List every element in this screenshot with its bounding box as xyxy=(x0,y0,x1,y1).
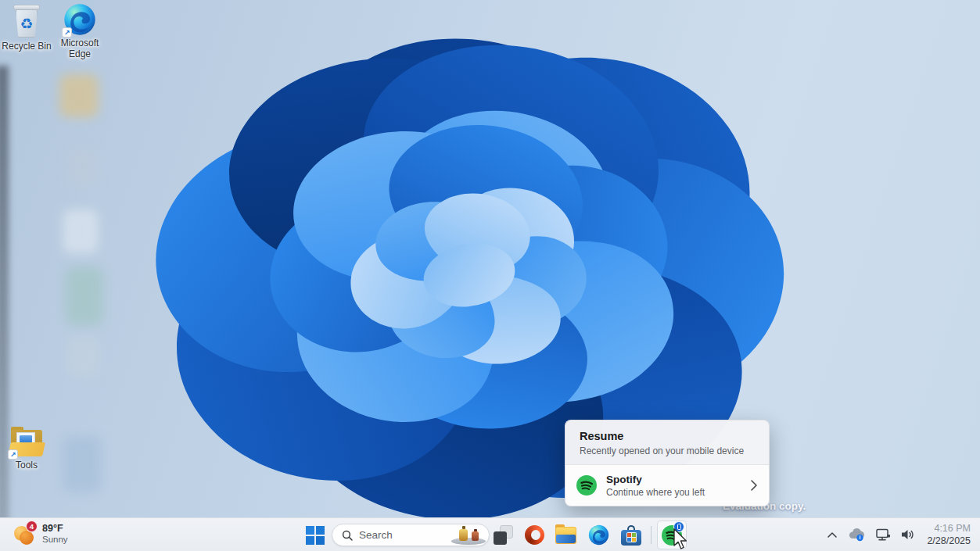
taskbar-store-button[interactable] xyxy=(616,521,646,549)
desktop-icon-recycle-bin[interactable]: ♻ Recycle Bin xyxy=(2,5,52,52)
office-icon xyxy=(525,525,544,545)
taskbar-task-view-button[interactable] xyxy=(488,521,518,549)
ghost-icon xyxy=(67,148,99,186)
clock-time: 4:16 PM xyxy=(927,522,971,535)
edge-icon: ↗ xyxy=(63,3,96,36)
flyout-app-text: Spotify Continue where you left xyxy=(606,474,705,498)
flyout-app-name: Spotify xyxy=(606,474,705,485)
cloud-icon: i xyxy=(848,528,866,542)
taskbar-office-button[interactable] xyxy=(519,521,549,549)
resume-spotify-item[interactable]: Spotify Continue where you left xyxy=(565,464,769,506)
resume-flyout-header: Resume Recently opened on your mobile de… xyxy=(565,420,769,463)
weather-condition: Sunny xyxy=(42,535,68,546)
chevron-up-icon xyxy=(826,530,838,539)
left-edge-artifact xyxy=(0,66,9,551)
shortcut-arrow-icon: ↗ xyxy=(8,449,18,460)
start-button[interactable] xyxy=(303,524,327,547)
bloom-wallpaper xyxy=(0,0,980,551)
mouse-cursor xyxy=(670,528,691,550)
desktop-icon-microsoft-edge[interactable]: ↗ Microsoft Edge xyxy=(55,3,105,60)
task-view-icon xyxy=(494,525,513,545)
tray-overflow-button[interactable] xyxy=(821,523,843,546)
flyout-subtitle: Recently opened on your mobile device xyxy=(580,445,755,456)
ghost-icon xyxy=(59,74,99,117)
flyout-app-description: Continue where you left xyxy=(606,487,705,498)
search-lanterns-decoration-icon xyxy=(451,526,486,546)
tray-volume-button[interactable] xyxy=(896,523,921,546)
desktop-icon-tools[interactable]: ↗ Tools xyxy=(3,428,50,471)
network-icon xyxy=(875,528,891,542)
search-input[interactable] xyxy=(359,529,445,541)
weather-text: 89°F Sunny xyxy=(42,523,68,546)
windows-logo-icon xyxy=(306,526,325,545)
desktop-icon-label: Tools xyxy=(16,460,38,471)
file-explorer-icon xyxy=(555,527,576,544)
tray-network-button[interactable] xyxy=(871,523,896,546)
flyout-title: Resume xyxy=(580,430,755,442)
weather-temperature: 89°F xyxy=(42,523,68,535)
desktop-icon-label: Recycle Bin xyxy=(2,41,51,52)
ghost-icon xyxy=(63,209,99,253)
edge-icon xyxy=(588,524,609,546)
notification-badge: 4 xyxy=(26,521,38,532)
search-box[interactable] xyxy=(332,524,490,546)
folder-shortcut-icon: ↗ xyxy=(9,428,44,458)
resume-flyout: Resume Recently opened on your mobile de… xyxy=(565,420,770,506)
taskbar: 4 89°F Sunny xyxy=(0,517,980,551)
ghost-icon xyxy=(66,336,100,377)
ghost-icon xyxy=(66,267,103,325)
tray-onedrive-button[interactable]: i xyxy=(843,523,871,546)
taskbar-file-explorer-button[interactable] xyxy=(551,521,580,549)
microsoft-store-icon xyxy=(621,525,641,546)
clock-date: 2/28/2025 xyxy=(927,535,971,547)
ghost-icon xyxy=(63,436,102,492)
system-tray: i 4:16 PM 2/28/2025 xyxy=(821,518,980,551)
weather-sun-icon: 4 xyxy=(14,524,35,545)
taskbar-edge-button[interactable] xyxy=(583,521,613,549)
recycle-bin-icon: ♻ xyxy=(12,5,41,39)
svg-text:i: i xyxy=(860,535,861,540)
taskbar-clock[interactable]: 4:16 PM 2/28/2025 xyxy=(927,522,971,548)
windows-desktop: ♻ Recycle Bin ↗ Microsoft Edge xyxy=(0,0,980,551)
desktop-icon-label: Microsoft Edge xyxy=(55,38,105,60)
speaker-icon xyxy=(900,528,916,542)
chevron-right-icon xyxy=(750,479,758,492)
search-icon xyxy=(342,530,353,541)
taskbar-separator xyxy=(651,526,652,544)
spotify-icon xyxy=(576,475,597,496)
shortcut-arrow-icon: ↗ xyxy=(62,27,72,38)
widgets-button[interactable]: 4 89°F Sunny xyxy=(9,521,73,547)
